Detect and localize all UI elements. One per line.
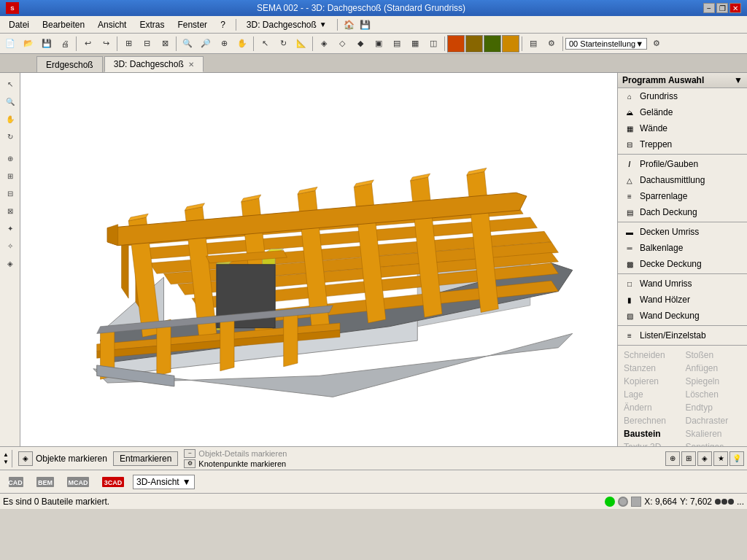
panel-grundriss[interactable]: ⌂ Grundriss bbox=[618, 88, 747, 104]
panel-deckenumriss[interactable]: ▬ Decken Umriss bbox=[618, 224, 747, 240]
tb-3d2[interactable]: ◇ bbox=[333, 35, 351, 52]
tb-save[interactable]: 💾 bbox=[38, 35, 55, 52]
panel-wandumriss[interactable]: □ Wand Umriss bbox=[618, 276, 747, 292]
tb-print[interactable]: 🖨 bbox=[56, 35, 74, 52]
tb-b1[interactable]: ⊞ bbox=[120, 35, 137, 52]
tb-zoom-in[interactable]: 🔍 bbox=[179, 35, 196, 52]
tb-open[interactable]: 📂 bbox=[20, 35, 37, 52]
view-ctrl-2[interactable]: ⊞ bbox=[681, 451, 696, 466]
menu-datei[interactable]: Datei bbox=[3, 18, 35, 31]
panel-treppen[interactable]: ⊟ Treppen bbox=[618, 136, 747, 152]
action-andern[interactable]: Ändern bbox=[621, 401, 683, 414]
lt-zoom[interactable]: 🔍 bbox=[2, 93, 18, 109]
lt-snap6[interactable]: ✧ bbox=[2, 238, 18, 254]
action-kopieren[interactable]: Kopieren bbox=[621, 375, 683, 388]
save-icon-btn[interactable]: 💾 bbox=[358, 18, 373, 32]
menu-ansicht[interactable]: Ansicht bbox=[92, 18, 132, 31]
panel-wanddeckung[interactable]: ▧ Wand Deckung bbox=[618, 308, 747, 324]
viewport[interactable] bbox=[20, 73, 617, 446]
lt-rotate[interactable]: ↻ bbox=[2, 128, 18, 144]
tb-redo[interactable]: ↪ bbox=[97, 35, 115, 52]
panel-header[interactable]: Programm Auswahl ▼ bbox=[618, 73, 747, 88]
lt-snap7[interactable]: ◈ bbox=[2, 255, 18, 271]
tb-color4[interactable] bbox=[502, 35, 519, 52]
tab-dachgeschoss[interactable]: 3D: Dachgeschoß ✕ bbox=[104, 56, 204, 72]
panel-dachdeckung[interactable]: ▤ Dach Deckung bbox=[618, 204, 747, 220]
node-mark-btn[interactable]: ⚙ Knotenpunkte markieren bbox=[184, 459, 287, 468]
action-berechnen[interactable]: Berechnen bbox=[621, 414, 683, 427]
action-stosen[interactable]: Stoßen bbox=[683, 349, 745, 362]
tb-color3[interactable] bbox=[484, 35, 501, 52]
panel-listen[interactable]: ≡ Listen/Einzelstab bbox=[618, 327, 747, 343]
menu-bearbeiten[interactable]: Bearbeiten bbox=[36, 18, 90, 31]
close-button[interactable]: ✕ bbox=[729, 3, 741, 13]
lt-snap5[interactable]: ✦ bbox=[2, 220, 18, 236]
lt-snap1[interactable]: ⊕ bbox=[2, 150, 18, 166]
cad-mode-3cad[interactable]: 3CAD bbox=[96, 474, 130, 490]
panel-wandholzer[interactable]: ▮ Wand Hölzer bbox=[618, 292, 747, 308]
tb-layers[interactable]: ▤ bbox=[525, 35, 542, 52]
tb-measure[interactable]: 📐 bbox=[293, 35, 310, 52]
action-endtyp[interactable]: Endtyp bbox=[683, 401, 745, 414]
tb-settings[interactable]: ⚙ bbox=[543, 35, 560, 52]
action-textur3d[interactable]: Textur 3D bbox=[621, 440, 683, 446]
unmark-button[interactable]: Entmarkieren bbox=[113, 451, 178, 466]
cad-mode-cad[interactable]: CAD bbox=[3, 474, 29, 490]
panel-profile[interactable]: / Profile/Gauben bbox=[618, 156, 747, 172]
view-ctrl-3[interactable]: ◈ bbox=[697, 451, 712, 466]
tb-color1[interactable] bbox=[447, 35, 465, 52]
tab-close-icon[interactable]: ✕ bbox=[188, 61, 194, 69]
tb-3d6[interactable]: ▦ bbox=[406, 35, 424, 52]
action-schneiden[interactable]: Schneiden bbox=[621, 349, 683, 362]
cad-mode-bem[interactable]: BEM bbox=[31, 474, 60, 490]
tb-3d3[interactable]: ◆ bbox=[352, 35, 369, 52]
restore-button[interactable]: ❐ bbox=[716, 3, 728, 13]
lt-snap3[interactable]: ⊟ bbox=[2, 185, 18, 201]
lt-pan[interactable]: ✋ bbox=[2, 111, 18, 127]
menu-help[interactable]: ? bbox=[214, 18, 231, 31]
view-dropdown[interactable]: 3D-Ansicht ▼ bbox=[133, 475, 195, 489]
cad-mode-mcad[interactable]: MCAD bbox=[61, 474, 95, 490]
arrow-up[interactable]: ▲ bbox=[3, 451, 9, 458]
tb-pan[interactable]: ✋ bbox=[233, 35, 251, 52]
tb-zoom-all[interactable]: ⊕ bbox=[215, 35, 233, 52]
action-loschen[interactable]: Löschen bbox=[683, 388, 745, 401]
tb-undo[interactable]: ↩ bbox=[79, 35, 96, 52]
panel-dachausmittlung[interactable]: △ Dachausmittlung bbox=[618, 172, 747, 188]
mark-objects-btn[interactable]: ◈ Objekte markieren bbox=[15, 450, 110, 467]
action-skalieren[interactable]: Skalieren bbox=[683, 427, 745, 440]
profile-dropdown[interactable]: 00 Starteinstellung ▼ bbox=[565, 38, 647, 50]
detail-mark-btn[interactable]: ~ Objekt-Details markieren bbox=[184, 449, 287, 458]
tb-new[interactable]: 📄 bbox=[1, 35, 19, 52]
lt-snap2[interactable]: ⊞ bbox=[2, 168, 18, 184]
action-anfugen[interactable]: Anfügen bbox=[683, 362, 745, 375]
menu-extras[interactable]: Extras bbox=[133, 18, 170, 31]
tb-rotate[interactable]: ↻ bbox=[274, 35, 292, 52]
action-sonstiges[interactable]: Sonstiges bbox=[683, 440, 745, 446]
action-baustein[interactable]: Baustein bbox=[621, 427, 683, 440]
action-spiegeln[interactable]: Spiegeln bbox=[683, 375, 745, 388]
action-dachraster[interactable]: Dachraster bbox=[683, 414, 745, 427]
tb-3d5[interactable]: ▤ bbox=[388, 35, 406, 52]
view-ctrl-4[interactable]: ★ bbox=[713, 451, 728, 466]
tb-select[interactable]: ↖ bbox=[256, 35, 274, 52]
tb-b3[interactable]: ⊠ bbox=[156, 35, 174, 52]
panel-deckedeckung[interactable]: ▩ Decke Deckung bbox=[618, 256, 747, 272]
lt-select[interactable]: ↖ bbox=[2, 76, 18, 92]
tb-extra[interactable]: ⚙ bbox=[648, 35, 665, 52]
window-icon-btn[interactable]: 🏠 bbox=[342, 18, 357, 32]
lt-snap4[interactable]: ⊠ bbox=[2, 203, 18, 219]
panel-gelande[interactable]: ⛰ Gelände bbox=[618, 104, 747, 120]
arrow-down[interactable]: ▼ bbox=[3, 459, 9, 465]
minimize-button[interactable]: − bbox=[703, 3, 715, 13]
panel-wande[interactable]: ▦ Wände bbox=[618, 120, 747, 136]
tb-b2[interactable]: ⊟ bbox=[138, 35, 155, 52]
view-ctrl-1[interactable]: ⊕ bbox=[665, 451, 680, 466]
tb-3d1[interactable]: ◈ bbox=[315, 35, 333, 52]
tb-3d7[interactable]: ◫ bbox=[425, 35, 442, 52]
view-ctrl-5[interactable]: 💡 bbox=[729, 451, 744, 466]
panel-sparrenlage[interactable]: ≡ Sparrenlage bbox=[618, 188, 747, 204]
panel-balkenlage[interactable]: ═ Balkenlage bbox=[618, 240, 747, 256]
tb-zoom-out[interactable]: 🔎 bbox=[197, 35, 214, 52]
tb-color2[interactable] bbox=[465, 35, 483, 52]
